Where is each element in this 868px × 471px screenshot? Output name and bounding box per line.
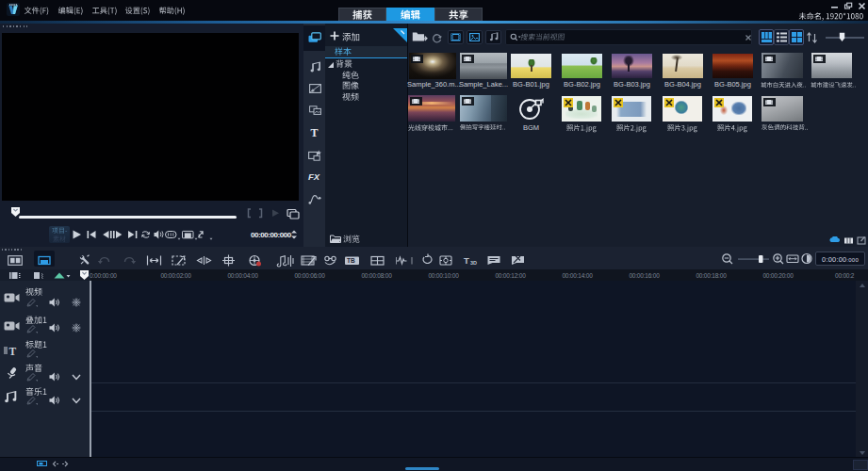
svg-text:T: T: [9, 346, 17, 357]
svg-text:3D: 3D: [470, 260, 477, 266]
svg-text:TB: TB: [347, 257, 355, 264]
svg-text:T: T: [464, 255, 469, 266]
